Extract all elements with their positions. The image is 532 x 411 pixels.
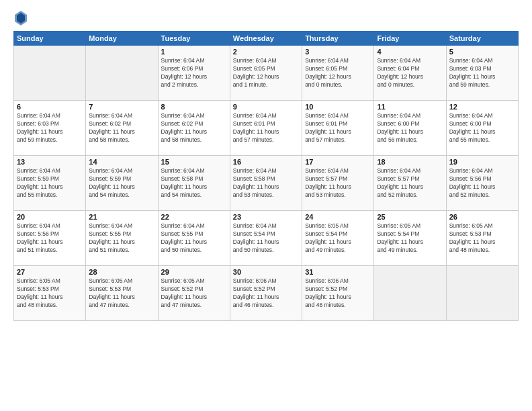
- day-number: 5: [449, 48, 515, 56]
- logo: [13, 11, 27, 26]
- calendar-cell: 16Sunrise: 6:04 AMSunset: 5:58 PMDayligh…: [230, 156, 302, 211]
- logo-icon: [15, 11, 27, 26]
- day-info: Sunrise: 6:06 AMSunset: 5:52 PMDaylight:…: [305, 277, 371, 310]
- day-number: 26: [449, 213, 515, 221]
- day-number: 23: [233, 213, 299, 221]
- day-number: 21: [89, 213, 154, 221]
- day-info: Sunrise: 6:04 AMSunset: 5:55 PMDaylight:…: [161, 222, 227, 255]
- day-info: Sunrise: 6:05 AMSunset: 5:53 PMDaylight:…: [449, 222, 515, 255]
- calendar-header-friday: Friday: [374, 32, 446, 46]
- day-info: Sunrise: 6:04 AMSunset: 5:55 PMDaylight:…: [89, 222, 154, 255]
- calendar-cell: 6Sunrise: 6:04 AMSunset: 6:03 PMDaylight…: [14, 101, 86, 156]
- calendar-cell: 21Sunrise: 6:04 AMSunset: 5:55 PMDayligh…: [86, 211, 158, 266]
- day-number: 2: [233, 48, 299, 56]
- calendar-cell: 20Sunrise: 6:04 AMSunset: 5:56 PMDayligh…: [14, 211, 86, 266]
- calendar-cell: 15Sunrise: 6:04 AMSunset: 5:58 PMDayligh…: [158, 156, 230, 211]
- day-info: Sunrise: 6:04 AMSunset: 6:03 PMDaylight:…: [17, 112, 83, 144]
- day-number: 30: [233, 268, 299, 276]
- day-info: Sunrise: 6:04 AMSunset: 6:02 PMDaylight:…: [89, 112, 154, 144]
- day-number: 18: [377, 158, 443, 166]
- day-number: 22: [161, 213, 227, 221]
- day-info: Sunrise: 6:05 AMSunset: 5:53 PMDaylight:…: [89, 277, 154, 310]
- day-number: 27: [17, 268, 83, 276]
- calendar-cell: 17Sunrise: 6:04 AMSunset: 5:57 PMDayligh…: [302, 156, 374, 211]
- calendar-cell: 8Sunrise: 6:04 AMSunset: 6:02 PMDaylight…: [158, 101, 230, 156]
- calendar-cell: 26Sunrise: 6:05 AMSunset: 5:53 PMDayligh…: [446, 211, 518, 266]
- day-info: Sunrise: 6:04 AMSunset: 5:54 PMDaylight:…: [233, 222, 299, 255]
- day-number: 4: [377, 48, 443, 56]
- calendar-cell: 4Sunrise: 6:04 AMSunset: 6:04 PMDaylight…: [374, 46, 446, 101]
- day-info: Sunrise: 6:05 AMSunset: 5:54 PMDaylight:…: [377, 222, 443, 255]
- day-number: 8: [161, 103, 227, 111]
- day-number: 9: [233, 103, 299, 111]
- day-number: 6: [17, 103, 83, 111]
- day-number: 25: [377, 213, 443, 221]
- day-info: Sunrise: 6:04 AMSunset: 5:58 PMDaylight:…: [233, 167, 299, 199]
- day-number: 19: [449, 158, 515, 166]
- calendar-header-sunday: Sunday: [14, 32, 86, 46]
- day-number: 7: [89, 103, 154, 111]
- calendar-week-5: 27Sunrise: 6:05 AMSunset: 5:53 PMDayligh…: [14, 266, 519, 321]
- calendar-cell: [374, 266, 446, 321]
- calendar-cell: 14Sunrise: 6:04 AMSunset: 5:59 PMDayligh…: [86, 156, 158, 211]
- calendar-cell: 24Sunrise: 6:05 AMSunset: 5:54 PMDayligh…: [302, 211, 374, 266]
- day-info: Sunrise: 6:04 AMSunset: 6:00 PMDaylight:…: [377, 112, 443, 144]
- day-info: Sunrise: 6:04 AMSunset: 6:01 PMDaylight:…: [305, 112, 371, 144]
- calendar-cell: 30Sunrise: 6:06 AMSunset: 5:52 PMDayligh…: [230, 266, 302, 321]
- calendar-cell: 27Sunrise: 6:05 AMSunset: 5:53 PMDayligh…: [14, 266, 86, 321]
- calendar-cell: 23Sunrise: 6:04 AMSunset: 5:54 PMDayligh…: [230, 211, 302, 266]
- calendar-table: SundayMondayTuesdayWednesdayThursdayFrid…: [13, 31, 519, 321]
- calendar-cell: 10Sunrise: 6:04 AMSunset: 6:01 PMDayligh…: [302, 101, 374, 156]
- calendar-header-monday: Monday: [86, 32, 158, 46]
- calendar-week-3: 13Sunrise: 6:04 AMSunset: 5:59 PMDayligh…: [14, 156, 519, 211]
- calendar-cell: 12Sunrise: 6:04 AMSunset: 6:00 PMDayligh…: [446, 101, 518, 156]
- day-number: 14: [89, 158, 154, 166]
- day-info: Sunrise: 6:04 AMSunset: 6:04 PMDaylight:…: [377, 57, 443, 89]
- page: SundayMondayTuesdayWednesdayThursdayFrid…: [0, 0, 532, 411]
- calendar-cell: 7Sunrise: 6:04 AMSunset: 6:02 PMDaylight…: [86, 101, 158, 156]
- day-info: Sunrise: 6:04 AMSunset: 5:59 PMDaylight:…: [17, 167, 83, 199]
- calendar-cell: [14, 46, 86, 101]
- calendar-header-tuesday: Tuesday: [158, 32, 230, 46]
- day-info: Sunrise: 6:05 AMSunset: 5:52 PMDaylight:…: [161, 277, 227, 310]
- header: [13, 11, 519, 26]
- day-info: Sunrise: 6:04 AMSunset: 6:06 PMDaylight:…: [161, 57, 227, 89]
- calendar-cell: 25Sunrise: 6:05 AMSunset: 5:54 PMDayligh…: [374, 211, 446, 266]
- calendar-cell: 29Sunrise: 6:05 AMSunset: 5:52 PMDayligh…: [158, 266, 230, 321]
- day-info: Sunrise: 6:04 AMSunset: 6:03 PMDaylight:…: [449, 57, 515, 89]
- calendar-cell: 3Sunrise: 6:04 AMSunset: 6:05 PMDaylight…: [302, 46, 374, 101]
- calendar-cell: 5Sunrise: 6:04 AMSunset: 6:03 PMDaylight…: [446, 46, 518, 101]
- day-info: Sunrise: 6:04 AMSunset: 6:00 PMDaylight:…: [449, 112, 515, 144]
- calendar-week-2: 6Sunrise: 6:04 AMSunset: 6:03 PMDaylight…: [14, 101, 519, 156]
- day-info: Sunrise: 6:04 AMSunset: 5:59 PMDaylight:…: [89, 167, 154, 199]
- day-number: 13: [17, 158, 83, 166]
- day-number: 15: [161, 158, 227, 166]
- calendar-header-row: SundayMondayTuesdayWednesdayThursdayFrid…: [14, 32, 519, 46]
- day-number: 20: [17, 213, 83, 221]
- day-info: Sunrise: 6:04 AMSunset: 6:01 PMDaylight:…: [233, 112, 299, 144]
- day-info: Sunrise: 6:04 AMSunset: 5:56 PMDaylight:…: [17, 222, 83, 255]
- calendar-cell: 9Sunrise: 6:04 AMSunset: 6:01 PMDaylight…: [230, 101, 302, 156]
- calendar-cell: 22Sunrise: 6:04 AMSunset: 5:55 PMDayligh…: [158, 211, 230, 266]
- day-info: Sunrise: 6:04 AMSunset: 5:57 PMDaylight:…: [377, 167, 443, 199]
- calendar-cell: 2Sunrise: 6:04 AMSunset: 6:05 PMDaylight…: [230, 46, 302, 101]
- calendar-cell: 1Sunrise: 6:04 AMSunset: 6:06 PMDaylight…: [158, 46, 230, 101]
- calendar-header-saturday: Saturday: [446, 32, 518, 46]
- day-number: 28: [89, 268, 154, 276]
- day-info: Sunrise: 6:04 AMSunset: 5:57 PMDaylight:…: [305, 167, 371, 199]
- calendar-cell: 13Sunrise: 6:04 AMSunset: 5:59 PMDayligh…: [14, 156, 86, 211]
- day-number: 12: [449, 103, 515, 111]
- day-info: Sunrise: 6:04 AMSunset: 6:05 PMDaylight:…: [233, 57, 299, 89]
- day-number: 10: [305, 103, 371, 111]
- day-number: 1: [161, 48, 227, 56]
- day-number: 3: [305, 48, 371, 56]
- day-info: Sunrise: 6:04 AMSunset: 6:05 PMDaylight:…: [305, 57, 371, 89]
- calendar-cell: [86, 46, 158, 101]
- day-info: Sunrise: 6:06 AMSunset: 5:52 PMDaylight:…: [233, 277, 299, 310]
- day-number: 17: [305, 158, 371, 166]
- day-number: 29: [161, 268, 227, 276]
- calendar-header-thursday: Thursday: [302, 32, 374, 46]
- calendar-cell: 19Sunrise: 6:04 AMSunset: 5:56 PMDayligh…: [446, 156, 518, 211]
- day-info: Sunrise: 6:05 AMSunset: 5:53 PMDaylight:…: [17, 277, 83, 310]
- day-info: Sunrise: 6:05 AMSunset: 5:54 PMDaylight:…: [305, 222, 371, 255]
